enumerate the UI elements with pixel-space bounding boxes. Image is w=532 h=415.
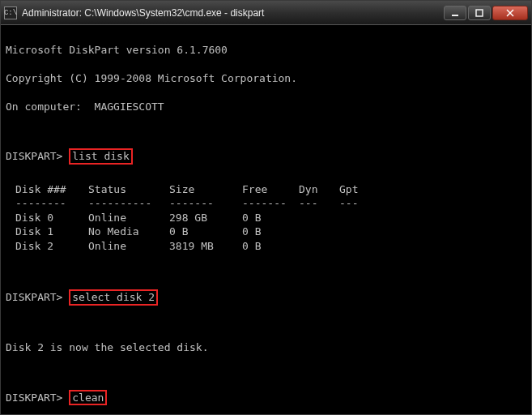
prompt: DISKPART> xyxy=(6,391,62,404)
svg-rect-1 xyxy=(476,10,483,16)
computer-line: On computer: MAGGIESCOTT xyxy=(6,100,526,114)
copyright-line: Copyright (C) 1999-2008 Microsoft Corpor… xyxy=(6,71,526,86)
prompt-line: DISKPART> select disk 2 xyxy=(6,289,526,306)
titlebar[interactable]: C:\ Administrator: C:\Windows\System32\c… xyxy=(1,1,531,25)
cmd-icon: C:\ xyxy=(4,6,17,19)
col-disk: Disk ### xyxy=(15,182,88,197)
minimize-button[interactable] xyxy=(444,6,466,20)
cmd-clean: clean xyxy=(69,390,107,406)
col-gpt: Gpt xyxy=(339,182,380,197)
prompt: DISKPART> xyxy=(6,150,62,162)
window-title: Administrator: C:\Windows\System32\cmd.e… xyxy=(22,7,444,19)
msg-selected: Disk 2 is now the selected disk. xyxy=(6,340,526,355)
table-row: Disk 2 Online 3819 MB 0 B xyxy=(15,239,380,254)
table-row: Disk 1 No Media 0 B 0 B xyxy=(15,225,380,239)
cmd-select-disk: select disk 2 xyxy=(69,289,158,306)
close-button[interactable] xyxy=(492,6,528,20)
disk-table: Disk ### Status Size Free Dyn Gpt ------… xyxy=(15,182,380,254)
table-row: Disk 0 Online 298 GB 0 B xyxy=(15,211,380,225)
table-dash-row: -------- ---------- ------- ------- --- … xyxy=(15,196,380,211)
maximize-button[interactable] xyxy=(468,6,491,20)
cmd-list-disk: list disk xyxy=(69,148,132,165)
version-line: Microsoft DiskPart version 6.1.7600 xyxy=(6,43,526,58)
col-status: Status xyxy=(88,182,169,197)
prompt-line: DISKPART> list disk xyxy=(6,148,526,165)
col-dyn: Dyn xyxy=(299,182,339,197)
cmd-window: C:\ Administrator: C:\Windows\System32\c… xyxy=(0,0,532,415)
table-header-row: Disk ### Status Size Free Dyn Gpt xyxy=(15,182,380,197)
terminal-output[interactable]: Microsoft DiskPart version 6.1.7600 Copy… xyxy=(1,25,531,414)
prompt-line: DISKPART> clean xyxy=(6,390,526,406)
col-size: Size xyxy=(169,182,242,197)
window-controls xyxy=(444,6,528,20)
col-free: Free xyxy=(242,182,299,197)
prompt: DISKPART> xyxy=(6,291,62,303)
